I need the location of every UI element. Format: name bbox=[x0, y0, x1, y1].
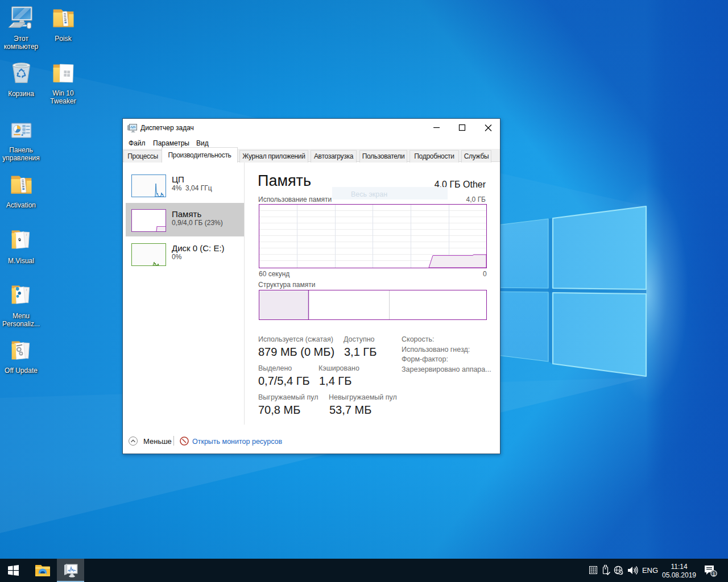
svg-text:05.08.2019: 05.08.2019 bbox=[662, 571, 696, 579]
svg-text:1: 1 bbox=[712, 571, 715, 577]
svg-text:ENG: ENG bbox=[642, 566, 658, 575]
svg-text:11:14: 11:14 bbox=[671, 563, 687, 571]
